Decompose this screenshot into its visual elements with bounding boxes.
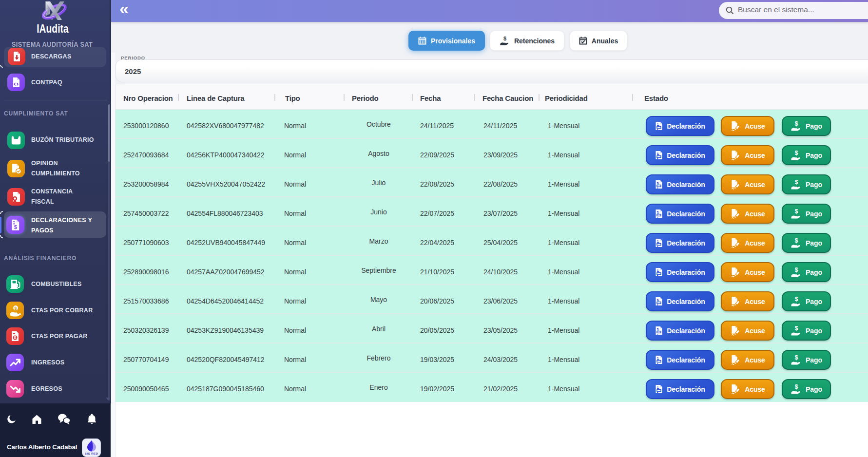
svg-text:$: $	[795, 179, 798, 186]
svg-text:$: $	[14, 335, 16, 340]
svg-text:$: $	[795, 120, 798, 127]
svg-text:$: $	[795, 267, 798, 273]
svg-text:$: $	[795, 208, 798, 215]
svg-text:$: $	[795, 325, 798, 332]
svg-text:$: $	[795, 150, 798, 156]
svg-text:$: $	[503, 36, 506, 41]
svg-text:$: $	[795, 383, 798, 390]
svg-text:$: $	[14, 305, 17, 311]
svg-text:$: $	[14, 224, 18, 230]
svg-text:$: $	[795, 354, 798, 361]
svg-text:$: $	[795, 296, 798, 303]
svg-text:$: $	[795, 237, 798, 244]
